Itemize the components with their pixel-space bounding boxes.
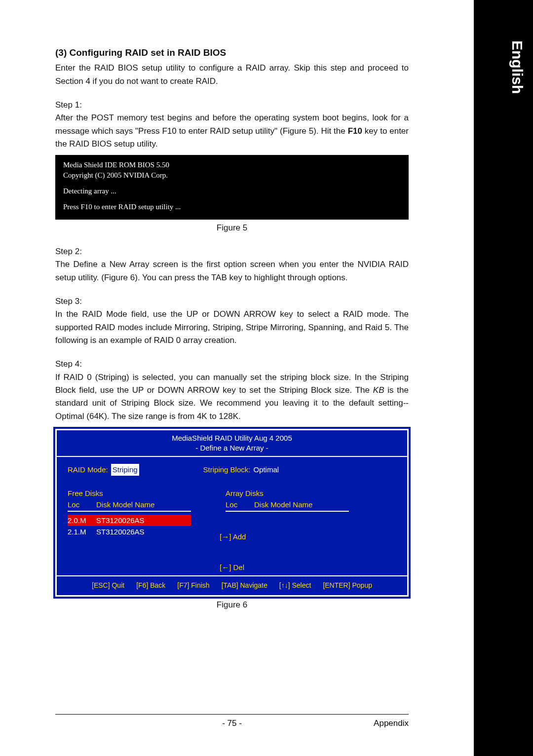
raid-title-2: - Define a New Array - (57, 443, 407, 453)
section-heading: (3) Configuring RAID set in RAID BIOS (55, 45, 409, 60)
raid-title-1: MediaShield RAID Utility Aug 4 2005 (57, 433, 407, 443)
free-disks-column: Free Disks Loc Disk Model Name 2.0.M ST3… (68, 488, 191, 565)
figure-6-caption: Figure 6 (55, 599, 409, 611)
disk-model: ST3120026AS (96, 526, 145, 537)
add-hint: [→] Add (220, 531, 246, 542)
step-4-label: Step 4: (55, 358, 409, 371)
hint-esc: [ESC] Quit (92, 580, 124, 591)
step-3-label: Step 3: (55, 295, 409, 308)
step-4-text: If RAID 0 (Striping) is selected, you ca… (55, 371, 409, 423)
raid-mode-label: RAID Mode: (68, 464, 108, 475)
hint-enter: [ENTER] Popup (323, 580, 372, 591)
step-4-text-a: If RAID 0 (Striping) is selected, you ca… (55, 373, 409, 395)
language-label: English (509, 38, 526, 94)
figure-5-caption: Figure 5 (55, 222, 409, 234)
col-loc: Loc (226, 499, 254, 510)
step-4: Step 4: If RAID 0 (Striping) is selected… (55, 358, 409, 423)
language-tab: English (501, 38, 533, 147)
mode-row: RAID Mode: Striping Striping Block: Opti… (68, 464, 396, 475)
step-1-text: After the POST memory test begins and be… (55, 112, 409, 151)
page: (3) Configuring RAID set in RAID BIOS En… (0, 0, 474, 756)
raid-body: RAID Mode: Striping Striping Block: Opti… (57, 457, 407, 575)
page-number: - 75 - (222, 718, 242, 728)
array-disks-header: Loc Disk Model Name (226, 499, 349, 512)
step-3-text: In the RAID Mode field, use the UP or DO… (55, 308, 409, 347)
raid-utility-screenshot: MediaShield RAID Utility Aug 4 2005 - De… (55, 429, 409, 597)
arrow-hints: [→] Add [←] Del (220, 531, 246, 592)
hint-select: [↑↓] Select (279, 580, 311, 591)
disk-loc: 2.1.M (68, 526, 96, 537)
bios-line-4: Press F10 to enter RAID setup utility ..… (63, 202, 401, 213)
bios-line-2: Copyright (C) 2005 NVIDIA Corp. (63, 170, 401, 181)
col-model: Disk Model Name (254, 499, 312, 510)
disk-row: 2.1.M ST3120026AS (68, 526, 191, 537)
step-1: Step 1: After the POST memory test begin… (55, 99, 409, 151)
raid-mode-field: RAID Mode: Striping (68, 464, 139, 475)
free-disks-title: Free Disks (68, 488, 191, 499)
disk-model: ST3120026AS (96, 515, 145, 526)
hint-f7: [F7] Finish (177, 580, 209, 591)
f10-key: F10 (348, 126, 362, 136)
free-disks-header: Loc Disk Model Name (68, 499, 191, 512)
disk-loc: 2.0.M (68, 515, 96, 526)
raid-mode-value: Striping (111, 464, 139, 475)
step-2-text: The Define a New Array screen is the fir… (55, 258, 409, 284)
step-1-label: Step 1: (55, 99, 409, 112)
striping-block-value: Optimal (253, 464, 279, 475)
kb-italic: KB (373, 385, 384, 395)
col-loc: Loc (68, 499, 96, 510)
step-3: Step 3: In the RAID Mode field, use the … (55, 295, 409, 347)
disk-row-selected: 2.0.M ST3120026AS (68, 515, 191, 526)
page-footer: - 75 - Appendix (55, 714, 409, 728)
step-2: Step 2: The Define a New Array screen is… (55, 245, 409, 284)
raid-header: MediaShield RAID Utility Aug 4 2005 - De… (57, 430, 407, 457)
free-disks-box: 2.0.M ST3120026AS 2.1.M ST3120026AS (68, 515, 191, 564)
intro-paragraph: Enter the RAID BIOS setup utility to con… (55, 62, 409, 88)
bios-screenshot: Media Shield IDE ROM BIOS 5.50 Copyright… (55, 155, 409, 220)
striping-block-field: Striping Block: Optimal (203, 464, 279, 475)
del-hint: [←] Del (220, 562, 246, 573)
content: (3) Configuring RAID set in RAID BIOS En… (55, 45, 409, 612)
bios-line-3: Detecting array ... (63, 186, 401, 197)
hint-f6: [F6] Back (136, 580, 165, 591)
step-2-label: Step 2: (55, 245, 409, 258)
col-model: Disk Model Name (96, 499, 154, 510)
bios-line-1: Media Shield IDE ROM BIOS 5.50 (63, 160, 401, 171)
appendix-label: Appendix (374, 718, 409, 728)
striping-block-label: Striping Block: (203, 464, 251, 475)
array-disks-title: Array Disks (226, 488, 349, 499)
